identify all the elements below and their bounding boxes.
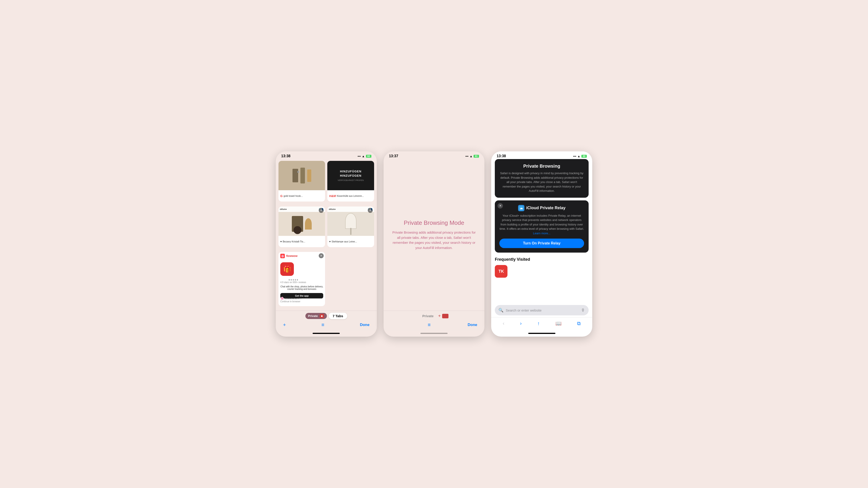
status-bar-2: 13:37 ▪▪▪ ▲ 61 <box>383 151 485 159</box>
heart-icon-4: ♥ <box>329 240 331 243</box>
learn-more-link[interactable]: Learn more... <box>533 232 550 235</box>
tab-grid[interactable]: G gold towel hook... HINZUFÜGEN HINZUFÜG… <box>276 159 377 311</box>
mic-icon[interactable]: 🎙 <box>581 308 585 313</box>
search-placeholder: Search or enter website <box>506 308 579 312</box>
sklum-logo-4: sklum♦ <box>329 208 336 210</box>
flowwow-desc: Chat with the shop, photos before delive… <box>280 285 323 290</box>
private-btn-2[interactable]: Private <box>420 313 436 319</box>
turn-on-relay-btn[interactable]: Turn On Private Relay <box>499 238 584 248</box>
private-browsing-desc: Private Browsing adds additional privacy… <box>391 230 478 250</box>
tab-list-btn-2[interactable]: ≡ <box>428 322 431 328</box>
flowwow-logo: 🌸 <box>280 254 285 258</box>
share-btn[interactable]: ↑ <box>536 319 541 328</box>
bookmarks-btn[interactable]: 📖 <box>554 319 563 328</box>
browser-toolbar: ‹ › ↑ 📖 ⧉ <box>491 317 592 331</box>
done-btn-2[interactable]: Done <box>468 323 477 327</box>
done-btn-1[interactable]: Done <box>360 323 370 327</box>
flowwow-stars: ★★★★★4.9 stars on 500+ reviews <box>280 279 306 284</box>
tab-card-1[interactable]: G gold towel hook... <box>278 161 325 201</box>
icloud-card-title: iCloud Private Relay <box>526 205 565 210</box>
tab-list-btn[interactable]: ≡ <box>321 322 324 328</box>
icloud-icon: ☁ <box>518 205 524 211</box>
tab-card-label-3: ♥ Bezany Kristall-Tis... <box>278 236 325 247</box>
add-tab-btn[interactable]: + <box>283 322 286 328</box>
screen-tab-switcher: 13:38 ▪▪▪ ▲ 60 <box>276 151 377 337</box>
home-indicator-1 <box>313 333 340 334</box>
battery-icon-2: 61 <box>473 155 479 158</box>
icloud-card-header: ☁ iCloud Private Relay <box>499 205 584 211</box>
status-icons-3: ▪▪▪ ▲ 60 <box>573 155 587 158</box>
add-tab-btn-2[interactable]: + <box>438 313 441 319</box>
tk-favicon: TK <box>495 265 507 278</box>
close-icon-3[interactable]: ✕ <box>319 208 324 213</box>
tab-switcher-bar: Private ■ 7 Tabs <box>279 313 373 319</box>
status-time-2: 13:37 <box>389 154 398 158</box>
sklum-logo-3: sklum♦ <box>280 208 287 210</box>
visited-item-tk[interactable]: TK <box>495 265 507 278</box>
wifi-icon-1: ▲ <box>362 155 365 158</box>
screen-private-browsing: 13:37 ▪▪▪ ▲ 61 Private Browsing Mode Pri… <box>383 151 485 337</box>
pb-card-desc: Safari is designed with privacy in mind … <box>499 171 584 193</box>
tab-card-5[interactable]: ✕ 🌸 flowwow 🎁 ★★★★★4.9 stars on 500+ rev… <box>278 252 325 306</box>
screens-container: 13:38 ▪▪▪ ▲ 60 <box>276 151 592 337</box>
hm-icon: H&M <box>329 194 336 198</box>
back-btn[interactable]: ‹ <box>501 319 506 328</box>
tab-bottom-bar: Private ■ 7 Tabs + ≡ Done <box>276 311 377 331</box>
tab-card-3[interactable]: ✕ sklum♦ 🔍👤 ♥ Bezany Kristall <box>278 206 325 247</box>
status-icons-2: ▪▪▪ ▲ 61 <box>465 155 479 158</box>
forward-btn[interactable]: › <box>519 319 523 328</box>
signal-icon-2: ▪▪▪ <box>465 155 469 158</box>
bottom-actions-2: ≡ Done <box>387 321 481 329</box>
wifi-icon-2: ▲ <box>469 155 472 158</box>
screen-icloud-relay: 13:38 ▪▪▪ ▲ 60 Private Browsing Safari i… <box>491 151 592 337</box>
tabs-count-btn[interactable]: 7 Tabs <box>329 313 347 319</box>
tab-card-label-4: ♥ Stehlampe aus Leine... <box>327 236 374 247</box>
battery-icon-1: 60 <box>366 155 371 158</box>
home-indicator-3 <box>528 333 555 334</box>
screen-3-content: Private Browsing Safari is designed with… <box>491 159 592 303</box>
tab-card-2[interactable]: HINZUFÜGEN HINZUFÜGEN VERFÜGBARKEIT PRÜF… <box>327 161 374 201</box>
search-bar[interactable]: 🔍 Search or enter website 🎙 <box>495 305 589 315</box>
status-icons-1: ▪▪▪ ▲ 60 <box>358 155 371 158</box>
pb-card-title: Private Browsing <box>499 164 584 169</box>
status-bar-1: 13:38 ▪▪▪ ▲ 60 <box>276 151 377 159</box>
private-browsing-content: Private Browsing Mode Private Browsing a… <box>383 159 485 311</box>
private-browsing-card: Private Browsing Safari is designed with… <box>495 159 589 198</box>
frequently-visited-grid: TK <box>495 265 589 278</box>
wifi-icon-3: ▲ <box>577 155 580 158</box>
flowwow-text: flowwow <box>286 254 298 258</box>
tab-card-label-1: G gold towel hook... <box>278 190 325 201</box>
home-indicator-2 <box>421 333 447 334</box>
private-badge[interactable]: Private ■ <box>305 313 327 319</box>
search-icon: 🔍 <box>498 308 503 313</box>
flowwow-icon: 🌸 <box>280 297 284 300</box>
tab-card-label-2: H&M Kissenhülle aus Leinenm... <box>327 190 374 201</box>
signal-icon-1: ▪▪▪ <box>358 155 361 158</box>
tab-card-4[interactable]: ✕ sklum♦ 🔍👤 ♥ Stehlampe aus <box>327 206 374 247</box>
private-icon-2 <box>442 314 448 318</box>
screen-2-tab-bar: Private + <box>387 313 481 319</box>
heart-icon-3: ♥ <box>280 240 282 243</box>
frequently-visited-title: Frequently Visited <box>495 255 589 262</box>
icloud-card-desc: Your iCloud+ subscription includes Priva… <box>499 214 584 236</box>
status-time-3: 13:38 <box>497 154 506 158</box>
flowwow-continue: Continue in browser <box>280 300 301 303</box>
google-icon: G <box>280 194 283 198</box>
private-browsing-title: Private Browsing Mode <box>404 219 464 226</box>
icloud-relay-card: ✕ ☁ iCloud Private Relay Your iCloud+ su… <box>495 200 589 253</box>
battery-icon-3: 60 <box>581 155 587 158</box>
signal-icon-3: ▪▪▪ <box>573 155 576 158</box>
tabs-btn[interactable]: ⧉ <box>576 319 582 328</box>
status-time-1: 13:38 <box>281 154 290 158</box>
icloud-card-close-btn[interactable]: ✕ <box>498 203 503 208</box>
status-bar-3: 13:38 ▪▪▪ ▲ 60 <box>491 151 592 159</box>
private-indicator: ■ <box>320 314 324 318</box>
screen-2-bottom: Private + ≡ Done <box>383 311 485 331</box>
close-icon-4[interactable]: ✕ <box>368 208 373 213</box>
bottom-actions: + ≡ Done <box>279 321 373 329</box>
